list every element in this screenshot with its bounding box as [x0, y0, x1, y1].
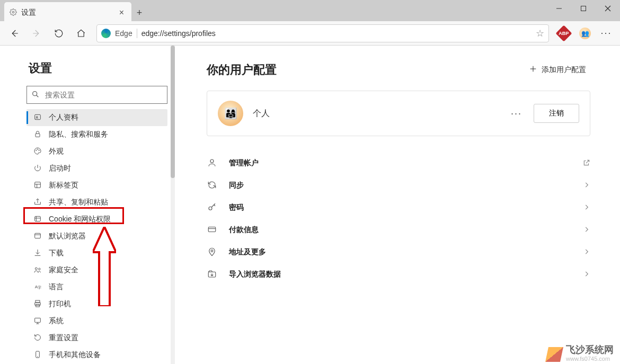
sidebar-item-printer[interactable]: 打印机	[26, 296, 167, 313]
share-icon	[33, 198, 42, 208]
sidebar-item-system[interactable]: 系统	[26, 313, 167, 330]
watermark: 飞沙系统网 www.fs0745.com	[547, 345, 614, 362]
title-bar: 设置 × +	[0, 0, 620, 21]
sidebar-item-appearance[interactable]: 外观	[26, 143, 167, 160]
language-icon: A字	[33, 282, 42, 292]
sidebar-item-profile[interactable]: 个人资料	[26, 109, 167, 126]
home-button[interactable]	[71, 23, 91, 43]
sidebar-item-cookies[interactable]: Cookie 和网站权限	[26, 211, 167, 228]
sidebar-scrollbar-track[interactable]	[171, 46, 175, 364]
refresh-button[interactable]	[49, 23, 69, 43]
settings-sidebar: 设置 个人资料 隐私、搜索和服务 外观 启动时	[0, 46, 175, 364]
settings-search-box[interactable]	[26, 86, 167, 104]
lock-icon	[33, 130, 42, 140]
new-tab-button[interactable]: +	[131, 2, 147, 23]
watermark-url: www.fs0745.com	[566, 356, 614, 362]
main-panel: 你的用户配置 添加用户配置 👨‍👩‍👧 个人 ··· 注销 管理帐户	[175, 46, 620, 364]
row-sync[interactable]: 同步	[207, 174, 590, 197]
external-link-icon	[583, 159, 590, 168]
sidebar-item-language[interactable]: A字 语言	[26, 279, 167, 296]
svg-rect-26	[36, 300, 40, 303]
svg-line-6	[37, 95, 39, 97]
key-icon	[207, 202, 217, 214]
row-address[interactable]: 地址及更多	[207, 241, 590, 263]
sidebar-item-phone[interactable]: 手机和其他设备	[26, 347, 167, 363]
row-password[interactable]: 密码	[207, 197, 590, 219]
sidebar-nav-list: 个人资料 隐私、搜索和服务 外观 启动时 新标签页 共享、复制和粘贴	[26, 109, 167, 363]
svg-point-23	[39, 268, 40, 270]
sidebar-item-share[interactable]: 共享、复制和粘贴	[26, 194, 167, 211]
reset-icon	[33, 333, 42, 343]
sidebar-label: 重置设置	[49, 333, 78, 343]
power-icon	[33, 164, 42, 174]
window-close-button[interactable]	[596, 0, 620, 17]
address-bar[interactable]: Edge edge://settings/profiles ☆	[96, 24, 549, 42]
sidebar-item-family[interactable]: 家庭安全	[26, 262, 167, 279]
back-button[interactable]	[4, 23, 24, 43]
phone-icon	[33, 350, 42, 360]
profile-card: 👨‍👩‍👧 个人 ··· 注销	[207, 91, 590, 136]
page-title: 你的用户配置	[207, 62, 277, 78]
sidebar-item-reset[interactable]: 重置设置	[26, 330, 167, 347]
svg-text:字: 字	[38, 286, 41, 289]
profile-avatar-large: 👨‍👩‍👧	[218, 101, 243, 126]
logout-button[interactable]: 注销	[534, 104, 579, 123]
window-maximize-button[interactable]	[571, 0, 596, 17]
svg-point-41	[211, 250, 213, 252]
sidebar-item-privacy[interactable]: 隐私、搜索和服务	[26, 126, 167, 143]
row-payment[interactable]: 付款信息	[207, 219, 590, 241]
sidebar-scrollbar-thumb[interactable]	[171, 46, 175, 178]
row-label: 密码	[229, 203, 244, 212]
profile-avatar-small[interactable]: 👥	[578, 26, 592, 41]
profile-icon	[33, 113, 42, 123]
search-icon	[31, 90, 40, 100]
sidebar-heading: 设置	[29, 60, 167, 76]
edge-icon	[101, 29, 111, 38]
sidebar-item-startup[interactable]: 启动时	[26, 160, 167, 177]
grid-icon	[33, 181, 42, 191]
cookie-icon	[33, 215, 42, 225]
watermark-logo-icon	[545, 347, 563, 362]
sidebar-label: 新标签页	[49, 181, 78, 190]
profile-more-button[interactable]: ···	[508, 108, 525, 119]
system-icon	[33, 316, 42, 326]
svg-point-37	[210, 159, 214, 163]
location-icon	[207, 247, 217, 258]
svg-rect-2	[581, 6, 586, 11]
bookmark-star-icon[interactable]: ☆	[536, 28, 544, 39]
add-profile-label: 添加用户配置	[542, 65, 586, 75]
sidebar-label: 系统	[49, 316, 64, 326]
svg-rect-29	[35, 318, 41, 322]
svg-rect-13	[35, 182, 41, 188]
svg-point-10	[36, 150, 37, 150]
window-minimize-button[interactable]	[547, 0, 571, 17]
forward-button[interactable]	[26, 23, 47, 43]
row-import[interactable]: 导入浏览器数据	[207, 263, 590, 286]
add-profile-button[interactable]: 添加用户配置	[525, 61, 590, 78]
sidebar-item-newtab[interactable]: 新标签页	[26, 177, 167, 194]
toolbar: Edge edge://settings/profiles ☆ ABP 👥 ··…	[0, 21, 620, 46]
browser-tab[interactable]: 设置 ×	[4, 2, 131, 23]
sync-icon	[207, 180, 217, 191]
sidebar-label: 手机和其他设备	[49, 350, 101, 360]
chevron-right-icon	[583, 270, 590, 279]
sidebar-label: 默认浏览器	[49, 232, 86, 241]
more-menu-button[interactable]: ···	[599, 26, 614, 41]
sidebar-label: 启动时	[49, 164, 71, 173]
profile-settings-list: 管理帐户 同步 密码 付款信息 地址及更多	[207, 152, 590, 286]
svg-point-11	[37, 149, 38, 149]
svg-point-22	[35, 268, 37, 270]
svg-point-12	[39, 150, 39, 150]
row-manage-account[interactable]: 管理帐户	[207, 152, 590, 174]
settings-search-input[interactable]	[44, 90, 163, 100]
tab-close-button[interactable]: ×	[117, 7, 126, 19]
svg-rect-19	[35, 233, 41, 238]
sidebar-item-default-browser[interactable]: 默认浏览器	[26, 228, 167, 245]
sidebar-item-downloads[interactable]: 下载	[26, 245, 167, 262]
row-label: 地址及更多	[229, 247, 266, 257]
family-icon	[33, 265, 42, 276]
separator	[137, 29, 137, 38]
import-icon	[207, 269, 217, 280]
abp-extension-icon[interactable]: ABP	[556, 26, 571, 41]
svg-point-5	[33, 91, 37, 95]
